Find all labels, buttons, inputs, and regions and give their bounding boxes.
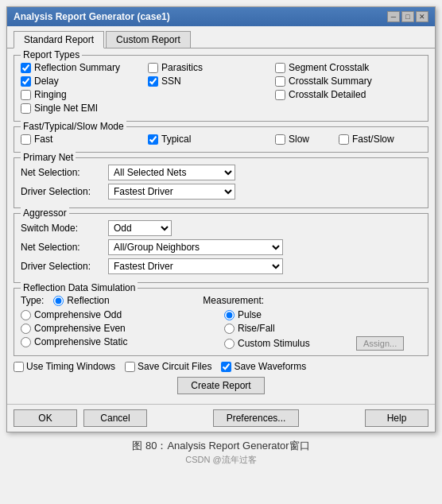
aggressor-switch-mode-select[interactable]: Odd Even All [108,220,172,236]
fast-slow-label: Fast/Slow [352,134,394,145]
caption-text: 图 80：Analysis Report Generator窗口 [132,440,309,452]
save-waveforms-label: Save Waveforms [234,361,306,372]
maximize-button[interactable]: □ [401,11,414,22]
crosstalk-detailed-checkbox[interactable] [275,90,285,100]
radio-custom-stimulus: Custom Stimulus [224,338,351,349]
reflection-radio-label: Reflection [67,295,109,306]
aggressor-driver-selection-label: Driver Selection: [21,261,108,272]
comprehensive-even-label: Comprehensive Even [34,323,126,334]
comprehensive-odd-label: Comprehensive Odd [34,309,122,320]
report-types-label: Report Types [21,49,82,60]
segment-crosstalk-checkbox[interactable] [275,63,285,73]
aggressor-net-selection-row: Net Selection: All/Group Neighbors Speci… [21,239,421,255]
primary-net-selection-row: Net Selection: All Selected Nets Specifi… [21,165,421,180]
reflection-type-row: Type: Reflection Measurement: [21,295,421,306]
checkbox-fast-slow: Fast/Slow [339,134,442,145]
checkbox-slow: Slow [275,134,339,145]
ringing-label: Ringing [34,89,67,100]
radio-comprehensive-even: Comprehensive Even [21,323,218,334]
typical-checkbox[interactable] [148,134,158,145]
reflection-type-label: Type: [21,295,44,306]
main-window: Analysis Report Generator (case1) ─ □ ✕ … [6,6,436,432]
custom-stimulus-radio[interactable] [224,339,235,349]
reflection-radio[interactable] [53,296,64,306]
comprehensive-static-radio[interactable] [21,337,31,347]
save-circuit-files-checkbox[interactable] [125,362,135,372]
rise-fall-label: Rise/Fall [238,323,275,334]
help-button[interactable]: Help [365,409,428,427]
ringing-checkbox[interactable] [21,90,31,100]
checkbox-ringing: Ringing [21,89,148,100]
ssn-checkbox[interactable] [148,76,158,87]
rise-fall-radio[interactable] [224,324,235,334]
aggressor-switch-mode-label: Switch Mode: [21,223,108,234]
mode-row: Fast Typical Slow Fast/Slow [21,134,421,145]
tab-custom-report[interactable]: Custom Report [106,31,191,48]
tab-standard-report[interactable]: Standard Report [14,31,104,48]
aggressor-driver-selection-select[interactable]: Fastest Driver Slowest Driver [108,258,283,274]
fast-slow-checkbox[interactable] [339,134,349,145]
checkbox-typical: Typical [148,134,275,145]
comprehensive-odd-radio[interactable] [21,310,31,320]
save-circuit-files-item: Save Circuit Files [125,361,211,372]
minimize-button[interactable]: ─ [387,11,400,22]
checkbox-parasitics: Parasitics [148,62,275,73]
use-timing-windows-label: Use Timing Windows [26,361,115,372]
report-types-content: Reflection Summary Parasitics Segment Cr… [21,62,421,114]
primary-net-group: Primary Net Net Selection: All Selected … [14,157,428,208]
cancel-button[interactable]: Cancel [83,409,147,427]
single-net-emi-checkbox[interactable] [21,103,31,114]
parasitics-checkbox[interactable] [148,63,158,73]
report-types-group: Report Types Reflection Summary Parasiti… [14,55,428,122]
report-types-row3: Ringing Crosstalk Detailed [21,89,421,100]
fast-typical-slow-content: Fast Typical Slow Fast/Slow [21,134,421,145]
preferences-button[interactable]: Preferences... [213,409,300,427]
footer: OK Cancel Preferences... Help [7,404,435,432]
checkbox-segment-crosstalk: Segment Crosstalk [275,62,402,73]
use-timing-windows-item: Use Timing Windows [14,361,115,372]
use-timing-windows-checkbox[interactable] [14,362,24,372]
aggressor-net-selection-label: Net Selection: [21,242,108,253]
reflection-summary-checkbox[interactable] [21,63,31,73]
save-circuit-files-label: Save Circuit Files [138,361,211,372]
comprehensive-even-radio[interactable] [21,324,31,334]
fast-checkbox[interactable] [21,134,31,145]
slow-checkbox[interactable] [275,134,285,145]
primary-net-selection-select[interactable]: All Selected Nets Specific Net [108,165,235,180]
pulse-radio[interactable] [224,310,235,320]
checkbox-ssn: SSN [148,76,275,87]
create-report-button[interactable]: Create Report [177,377,264,394]
caption: 图 80：Analysis Report Generator窗口 CSDN @流… [129,432,312,472]
crosstalk-summary-checkbox[interactable] [275,76,285,87]
radio-reflection: Reflection [53,295,180,306]
checkbox-single-net-emi: Single Net EMI [21,103,148,114]
primary-net-label: Primary Net [21,152,76,163]
assign-button[interactable]: Assign... [356,336,404,351]
checkbox-crosstalk-detailed: Crosstalk Detailed [275,89,402,100]
delay-checkbox[interactable] [21,76,31,87]
slow-label: Slow [289,134,309,145]
custom-stimulus-label: Custom Stimulus [238,338,310,349]
primary-driver-selection-select[interactable]: Fastest Driver Slowest Driver [108,184,235,200]
fast-typical-slow-label: Fast/Typical/Slow Mode [21,121,126,132]
aggressor-content: Switch Mode: Odd Even All Net Selection:… [21,220,421,274]
checkbox-crosstalk-summary: Crosstalk Summary [275,76,402,87]
radio-rise-fall: Rise/Fall [224,323,421,334]
reflection-left: Comprehensive Odd Comprehensive Even Com… [21,309,218,351]
segment-crosstalk-label: Segment Crosstalk [289,62,369,73]
aggressor-driver-selection-row: Driver Selection: Fastest Driver Slowest… [21,258,421,274]
ok-button[interactable]: OK [14,409,77,427]
save-waveforms-checkbox[interactable] [221,362,231,372]
report-types-row2: Delay SSN Crosstalk Summary [21,76,421,87]
aggressor-net-selection-select[interactable]: All/Group Neighbors Specific Net [108,239,283,255]
crosstalk-summary-label: Crosstalk Summary [289,76,372,87]
close-button[interactable]: ✕ [416,11,428,22]
comprehensive-static-label: Comprehensive Static [34,336,127,347]
typical-label: Typical [161,134,191,145]
primary-net-content: Net Selection: All Selected Nets Specifi… [21,165,421,200]
tab-bar: Standard Report Custom Report [7,26,435,48]
pulse-label: Pulse [238,309,262,320]
save-waveforms-item: Save Waveforms [221,361,306,372]
radio-comprehensive-static: Comprehensive Static [21,336,218,347]
title-bar-controls: ─ □ ✕ [387,11,428,22]
